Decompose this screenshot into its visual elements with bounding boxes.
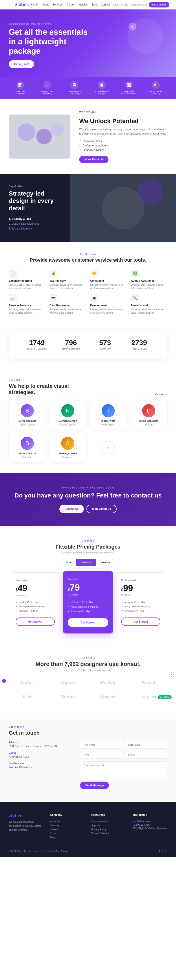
contact-phone-item: Call Us +1 (888) 908-6098 (9, 752, 67, 759)
icon-item-5[interactable]: 🎯 Data to drive your marketing (147, 81, 165, 95)
team-name-3: Dylan Montague (134, 420, 164, 422)
brand-logo-4: Smile (9, 692, 45, 702)
footer-resources-link-2[interactable]: Privacy Policy (91, 827, 126, 831)
cap-link-1[interactable]: 2. Design & Development (9, 221, 62, 226)
icon-item-3[interactable]: 📋 Boost sales with lead gen (93, 81, 111, 95)
footer-info-phone[interactable]: +1 800 123 4567 (133, 823, 167, 827)
icon-item-0[interactable]: 📊 Data-driven Marketing (11, 81, 29, 95)
team-grid: B Bertie Cachuxe Content Creator N Norma… (9, 401, 167, 462)
footer-copyright-link[interactable]: Start Theme (55, 850, 68, 853)
footer-copyright: © 2024 Zibber. All rights reserved. Desi… (9, 850, 68, 853)
icon-4: 📈 (125, 81, 133, 89)
team-card-2: I Indigo Vista Web Designer (90, 401, 127, 430)
nav-insights[interactable]: Insights (79, 3, 87, 6)
footer-resources-link-0[interactable]: Documentation (91, 819, 126, 823)
pricing-tab-premium[interactable]: Premium (96, 559, 115, 566)
service-icon-5: 💳 (49, 294, 57, 302)
contact-content: Address 6391 Elgin St. Celina, Delaware … (9, 741, 167, 789)
contact-email-input[interactable] (80, 751, 122, 759)
pricing-cta-2[interactable]: Get Started (121, 617, 160, 626)
service-card-1: 💰 Tax Advisory Efficiently deliver servi… (49, 270, 86, 290)
icon-label-0: Data-driven Marketing (11, 90, 29, 95)
nav-about[interactable]: About (41, 3, 48, 6)
team-name-2: Indigo Vista (93, 420, 123, 422)
who-label: Who we are (79, 110, 167, 114)
site-logo[interactable]: zibber. (15, 2, 29, 8)
hero-cta-button[interactable]: Get a Quote (9, 60, 34, 68)
footer-company-link-0[interactable]: About Us (50, 819, 85, 823)
footer-twitter-icon[interactable]: t (162, 850, 163, 853)
pricing-cta-0[interactable]: Get Started (16, 617, 55, 626)
service-icon-7: 🔍 (131, 294, 139, 302)
nav-career[interactable]: Career (67, 3, 75, 6)
nav-contact[interactable]: Contact (101, 3, 110, 6)
brand-logo-3: Breach (131, 678, 167, 687)
pricing-subtitle: Choose a plan that works best for your b… (9, 551, 167, 554)
stat-label-1: Happy Customers (56, 348, 86, 350)
contact-message-input[interactable] (80, 761, 167, 779)
facebook-icon[interactable]: f (6, 3, 7, 6)
service-card-4: 📊 Finance Analytics Efficiently deliver … (9, 294, 45, 315)
footer-logo[interactable]: zibber. (9, 813, 44, 818)
twitter-icon[interactable]: t (9, 3, 10, 6)
capabilities-image (70, 174, 176, 242)
pricing-tab-basic[interactable]: Basic (61, 559, 76, 566)
pricing-tab-advanced[interactable]: Advanced (76, 559, 96, 566)
contact-email-label: Email Address (9, 762, 67, 764)
service-icon-0: 📄 (9, 270, 17, 277)
footer-resources-link-1[interactable]: Support (91, 823, 126, 827)
who-list-item-0: Innovative ideas (79, 139, 167, 143)
pricing-section: Our Plans Flexible Pricing Packages Choo… (0, 527, 176, 646)
nav-cta-button[interactable]: Get a Quote (149, 2, 170, 8)
capabilities-left: Capabilities Strategy-led design in ever… (0, 174, 70, 242)
contact-phone-input[interactable] (125, 751, 167, 759)
icon-item-2[interactable]: 💬 Conversational marketing (65, 81, 83, 95)
nav-home[interactable]: Home (30, 3, 38, 6)
icon-3: 📋 (98, 81, 106, 89)
footer-social-links: f t in (159, 850, 167, 853)
team-label: Our Team (9, 379, 167, 381)
footer-company-link-3[interactable]: Contact (50, 831, 85, 835)
contact-lastname-input[interactable] (125, 741, 167, 749)
footer-info-email[interactable]: info@zibber.com (133, 819, 167, 823)
who-text-content: Who we are We Unlock Potential Why Capit… (79, 110, 167, 163)
who-cta-button[interactable]: More About Us (79, 156, 108, 163)
icon-item-4[interactable]: 📈 Repeatable business models (120, 81, 138, 95)
footer-facebook-icon[interactable]: f (159, 850, 160, 853)
linkedin-icon[interactable]: in (11, 3, 13, 6)
cap-link-0[interactable]: 1. Strategy & Idea (9, 216, 62, 221)
team-avatar-inner-0: B (21, 404, 34, 417)
icon-row: 📊 Data-driven Marketing 📍 Strategic bran… (0, 76, 176, 99)
icon-label-1: Strategic brand positioning (38, 90, 56, 95)
pricing-cta-1[interactable]: Get Started (68, 618, 108, 627)
pricing-tabs: Basic Advanced Premium (9, 559, 167, 566)
footer-linkedin-icon[interactable]: in (165, 850, 167, 853)
nav-blog[interactable]: Blog (92, 3, 97, 6)
pricing-feature-1-2: Advance Pro High (68, 609, 108, 614)
add-member-button[interactable]: + (101, 441, 115, 454)
footer-company-link-1[interactable]: Services (50, 823, 85, 827)
footer-company-link-2[interactable]: Careers (50, 827, 85, 831)
icon-item-1[interactable]: 📍 Strategic brand positioning (38, 81, 56, 95)
footer-company-link-4[interactable]: Blog (50, 835, 85, 839)
nav-phone: +1 800 123 4567 (112, 3, 128, 6)
cta-contact-button[interactable]: Contact Us (59, 505, 84, 513)
pricing-period-1: Per Month (68, 594, 108, 596)
icon-0: 📊 (16, 81, 24, 89)
footer-resources-link-3[interactable]: Terms of Service (91, 831, 126, 835)
hero-play-button[interactable]: ▶ (128, 23, 136, 30)
brand-logo-5: Orante (49, 692, 86, 702)
team-add-member[interactable]: + (90, 433, 127, 462)
cap-link-2[interactable]: 3. Testing & Launch (9, 226, 62, 231)
cta-more-button[interactable]: More About Us (86, 505, 117, 513)
cta-title: Do you have any question? Feel free to c… (9, 492, 167, 500)
team-name-0: Bertie Cachuxe (12, 420, 42, 422)
footer-description: We are a digital agency specializing in … (9, 820, 44, 832)
service-card-3: ✅ Audit & Assurance Efficiently deliver … (131, 270, 167, 290)
team-view-all[interactable]: View All → (155, 393, 167, 396)
stat-value-3: 2739 (124, 339, 154, 347)
contact-submit-button[interactable]: Send Message (80, 781, 109, 789)
contact-firstname-input[interactable] (80, 741, 122, 749)
capabilities-label: Capabilities (9, 185, 62, 188)
nav-services[interactable]: Services (52, 3, 62, 6)
